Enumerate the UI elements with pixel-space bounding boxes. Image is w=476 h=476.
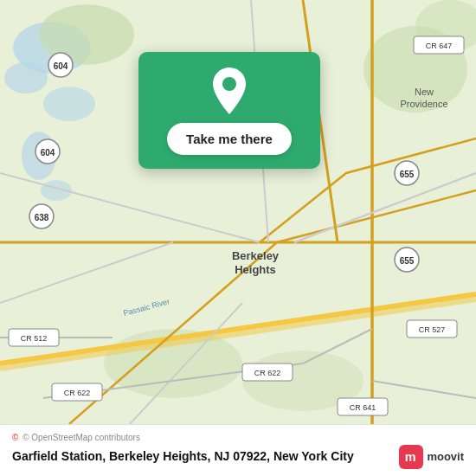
moovit-icon: m [399, 445, 423, 469]
svg-text:604: 604 [54, 61, 68, 71]
attribution-text: © OpenStreetMap contributors [23, 433, 140, 442]
svg-text:m: m [405, 450, 416, 464]
svg-text:CR 647: CR 647 [426, 42, 453, 50]
location-card: Take me there [138, 52, 320, 169]
svg-text:655: 655 [400, 256, 415, 266]
take-me-there-button[interactable]: Take me there [167, 123, 292, 155]
svg-point-2 [4, 62, 48, 93]
svg-text:655: 655 [400, 170, 415, 179]
moovit-logo: m moovit [399, 445, 464, 469]
map-attribution: © © OpenStreetMap contributors [12, 433, 464, 442]
svg-text:Providence: Providence [400, 99, 447, 109]
svg-point-40 [222, 77, 236, 91]
svg-text:CR 512: CR 512 [21, 334, 48, 343]
moovit-text: moovit [427, 450, 464, 463]
svg-text:604: 604 [41, 148, 55, 158]
map-view: 604 604 638 655 655 CR 647 CR 527 CR 512… [0, 0, 476, 424]
svg-text:CR 622: CR 622 [64, 389, 91, 397]
svg-text:Berkeley: Berkeley [232, 249, 280, 262]
osm-logo: © [12, 433, 18, 442]
svg-text:New: New [415, 87, 434, 97]
location-name: Garfield Station, Berkeley Heights, NJ 0… [12, 448, 354, 464]
svg-text:CR 527: CR 527 [419, 325, 446, 334]
svg-text:CR 641: CR 641 [350, 403, 376, 412]
svg-point-3 [43, 87, 95, 121]
bottom-bar: © © OpenStreetMap contributors Garfield … [0, 424, 476, 476]
svg-text:Heights: Heights [235, 263, 276, 276]
svg-text:CR 622: CR 622 [254, 369, 281, 377]
svg-text:638: 638 [35, 213, 49, 222]
map-pin-icon [210, 68, 248, 114]
